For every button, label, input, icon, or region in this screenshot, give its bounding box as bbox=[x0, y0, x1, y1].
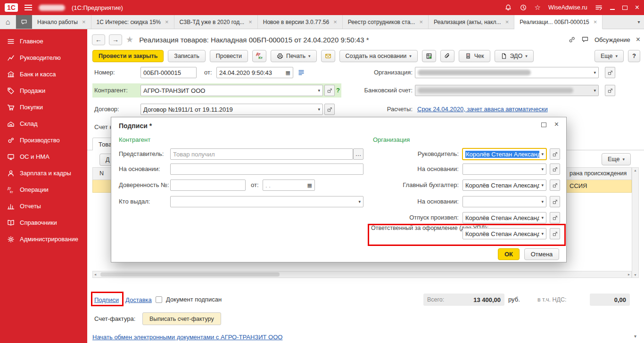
tab-close-icon[interactable]: × bbox=[333, 18, 337, 25]
open-chief-accountant-button[interactable] bbox=[550, 180, 560, 191]
open-org-basis1-button[interactable] bbox=[550, 163, 560, 175]
scroll-right-icon[interactable]: ▸ bbox=[628, 272, 630, 277]
main-menu-icon[interactable] bbox=[25, 5, 32, 10]
print-button[interactable]: Печать▾ bbox=[271, 50, 316, 62]
sidebar-item-sales[interactable]: Продажи bbox=[0, 82, 87, 99]
scroll-down-icon[interactable]: ▼ bbox=[632, 273, 638, 277]
chevron-down-icon[interactable]: ▾ bbox=[539, 199, 544, 204]
number-settings-icon[interactable] bbox=[298, 69, 305, 76]
document-signed-checkbox[interactable] bbox=[156, 296, 162, 303]
number-field[interactable]: 00БП-000015 bbox=[140, 67, 197, 78]
receipt-button[interactable]: Чек bbox=[459, 50, 490, 62]
org-basis1-field[interactable]: ▾ bbox=[462, 163, 546, 175]
maximize-button[interactable] bbox=[622, 6, 627, 10]
released-by-field[interactable]: Королёв Степан Александ▾ bbox=[462, 212, 546, 223]
table-vertical-scrollbar[interactable]: ▲▼ bbox=[632, 167, 639, 278]
calendar-icon[interactable]: ▦ bbox=[307, 182, 312, 188]
save-button[interactable]: Записать bbox=[168, 50, 205, 62]
tab-list-dropdown-icon[interactable]: ▾ bbox=[634, 15, 644, 29]
sidebar-item-manager[interactable]: Руководителю bbox=[0, 49, 87, 66]
close-document-icon[interactable]: × bbox=[636, 35, 640, 44]
chevron-down-icon[interactable]: ▾ bbox=[539, 167, 544, 172]
poa-number-input[interactable] bbox=[170, 180, 246, 191]
tab-close-icon[interactable]: × bbox=[82, 18, 86, 25]
tab-1c-interes[interactable]: 1С Интерес: скидка 15%× bbox=[91, 15, 174, 29]
open-upd-responsible-button[interactable] bbox=[550, 228, 560, 239]
tab-new-version[interactable]: Новое в версии 3.0.77.56× bbox=[258, 15, 343, 29]
representative-input[interactable] bbox=[170, 148, 353, 160]
sidebar-item-administration[interactable]: Администрирование bbox=[0, 231, 87, 247]
tab-close-icon[interactable]: × bbox=[165, 18, 169, 25]
ok-button[interactable]: ОК bbox=[498, 248, 520, 260]
table-horizontal-scrollbar[interactable]: ◂▸ bbox=[92, 271, 632, 278]
scroll-up-icon[interactable]: ▲ bbox=[632, 169, 638, 172]
edo-button[interactable]: ЭДО▾ bbox=[495, 50, 534, 62]
chevron-down-icon[interactable]: ▾ bbox=[316, 88, 320, 93]
chevron-down-icon[interactable]: ▾ bbox=[539, 231, 544, 236]
manager-field[interactable]: Королёв Степан Александ▾ bbox=[462, 148, 546, 160]
issue-invoice-button[interactable]: Выписать счет-фактуру bbox=[142, 312, 221, 325]
close-window-button[interactable]: × bbox=[635, 4, 639, 11]
more-button[interactable]: Еще▾ bbox=[594, 50, 624, 62]
open-released-by-button[interactable] bbox=[550, 212, 560, 223]
bank-account-field[interactable]: ▾ bbox=[415, 85, 599, 96]
contract-field[interactable]: Договор №1911/1 от 19.11.2019▾ bbox=[140, 104, 323, 115]
scrollbar-thumb[interactable] bbox=[100, 272, 280, 277]
notifications-icon[interactable] bbox=[504, 4, 512, 11]
sidebar-item-operations[interactable]: Операции bbox=[0, 181, 87, 198]
calendar-icon[interactable]: ▦ bbox=[286, 70, 290, 76]
service-menu-icon[interactable] bbox=[595, 4, 603, 11]
discussion-label[interactable]: Обсуждение bbox=[594, 36, 630, 43]
basis-input[interactable] bbox=[170, 163, 363, 175]
sidebar-item-directories[interactable]: Справочники bbox=[0, 214, 87, 231]
signatures-link[interactable]: Подписи bbox=[94, 296, 119, 303]
chevron-down-icon[interactable]: ▾ bbox=[316, 107, 320, 112]
tab-sales-list[interactable]: Реализация (акты, накл...× bbox=[429, 15, 514, 29]
open-manager-button[interactable] bbox=[550, 148, 560, 160]
sidebar-item-reports[interactable]: Отчеты bbox=[0, 198, 87, 214]
history-icon[interactable] bbox=[520, 4, 527, 11]
representative-ellipsis-button[interactable]: … bbox=[353, 148, 363, 160]
chevron-down-icon[interactable]: ▾ bbox=[539, 152, 544, 156]
sidebar-item-warehouse[interactable]: Склад bbox=[0, 115, 87, 132]
upd-responsible-field[interactable]: Королёв Степан Александ▾ bbox=[462, 228, 546, 239]
dialog-maximize-icon[interactable] bbox=[541, 122, 546, 127]
scroll-left-icon[interactable]: ◂ bbox=[94, 272, 96, 277]
minimize-button[interactable] bbox=[610, 9, 615, 10]
attached-files-button[interactable] bbox=[440, 50, 454, 62]
discussion-icon[interactable] bbox=[581, 36, 589, 43]
organization-field[interactable]: ▾ bbox=[415, 67, 599, 78]
edi-exchange-link[interactable]: Начать обмен электронными документами с … bbox=[92, 334, 282, 341]
sidebar-item-purchases[interactable]: Покупки bbox=[0, 99, 87, 115]
sidebar-item-fixed-assets[interactable]: ОС и НМА bbox=[0, 148, 87, 165]
tab-close-icon[interactable]: × bbox=[419, 18, 423, 25]
open-bank-account-button[interactable] bbox=[605, 85, 615, 96]
back-button[interactable]: ← bbox=[92, 34, 105, 45]
tab-szv-td[interactable]: СЗВ-ТД уже в 2020 год...× bbox=[174, 15, 258, 29]
open-organization-button[interactable] bbox=[605, 67, 615, 78]
tab-close-icon[interactable]: × bbox=[248, 18, 252, 25]
document-reports-button[interactable] bbox=[422, 50, 436, 62]
send-email-button[interactable] bbox=[321, 50, 335, 62]
get-link-icon[interactable] bbox=[568, 36, 576, 43]
tab-sales-document-active[interactable]: Реализаци... 00БП-000015× bbox=[514, 15, 603, 29]
tab-employee-register[interactable]: Реестр сотрудников ста...× bbox=[343, 15, 429, 29]
discussions-button[interactable] bbox=[16, 15, 32, 29]
tab-close-icon[interactable]: × bbox=[594, 18, 597, 25]
issuer-field[interactable]: ▾ bbox=[170, 196, 363, 207]
post-and-close-button[interactable]: Провести и закрыть bbox=[92, 50, 164, 62]
service-site-link[interactable]: WiseAdwise.ru bbox=[548, 4, 587, 11]
counterparty-field[interactable]: АГРО-ТРАНЗИТ ООО▾ bbox=[140, 85, 323, 96]
counterparty-help-icon[interactable]: ? bbox=[336, 85, 340, 96]
favorites-icon[interactable]: ☆ bbox=[535, 3, 541, 12]
chevron-down-icon[interactable]: ▾ bbox=[592, 70, 596, 75]
open-contract-button[interactable] bbox=[324, 104, 335, 115]
table-more-button[interactable]: Еще▾ bbox=[602, 153, 631, 165]
post-button[interactable]: Провести bbox=[210, 50, 248, 62]
chevron-down-icon[interactable]: ▾ bbox=[539, 183, 544, 188]
settlements-link[interactable]: Срок 24.04.2020, зачет аванса автоматиче… bbox=[417, 106, 548, 113]
open-counterparty-button[interactable] bbox=[324, 85, 335, 96]
chevron-down-icon[interactable]: ▾ bbox=[356, 199, 361, 204]
org-basis2-field[interactable]: ▾ bbox=[462, 196, 546, 207]
sidebar-item-main[interactable]: Главное bbox=[0, 33, 87, 49]
